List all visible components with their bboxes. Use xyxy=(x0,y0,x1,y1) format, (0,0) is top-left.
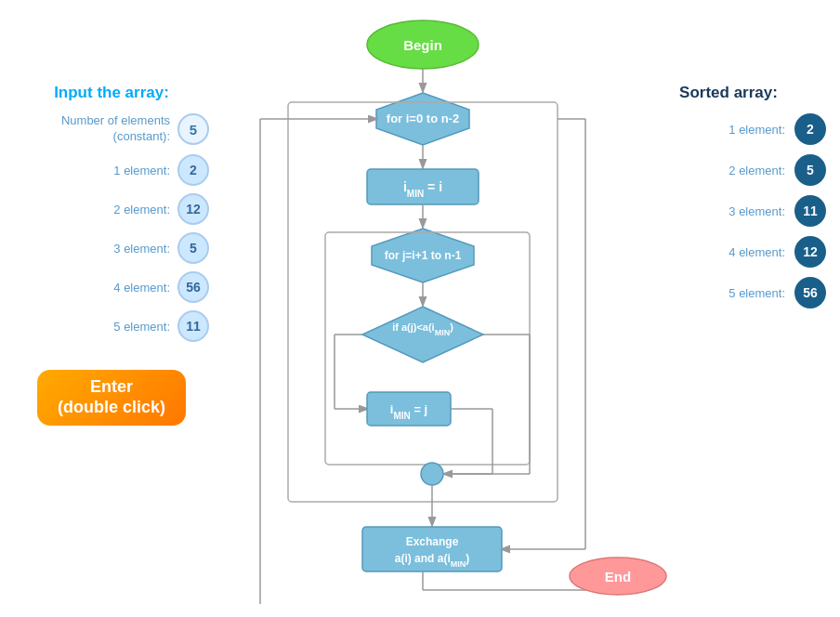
element-label-1: 1 element: xyxy=(113,164,170,177)
sorted-row-4: 4 element: 12 xyxy=(631,236,826,268)
svg-marker-10 xyxy=(362,307,483,362)
element-row-1: 1 element: 2 xyxy=(14,154,209,186)
end-shape: End xyxy=(567,556,669,600)
sorted-value-3: 11 xyxy=(794,195,826,227)
sorted-label-4: 4 element: xyxy=(728,245,785,259)
sorted-label-1: 1 element: xyxy=(728,123,785,137)
right-panel: Sorted array: 1 element: 2 2 element: 5 … xyxy=(631,84,826,318)
element-label-5: 5 element: xyxy=(113,320,170,334)
sorted-row-1: 1 element: 2 xyxy=(631,113,826,145)
sorted-value-2: 5 xyxy=(794,154,826,186)
sorted-panel-title: Sorted array: xyxy=(631,84,826,102)
enter-button[interactable]: Enter(double click) xyxy=(37,370,186,426)
sorted-label-3: 3 element: xyxy=(728,204,785,218)
left-panel: Input the array: Number of elements(cons… xyxy=(14,84,209,426)
sorted-row-2: 2 element: 5 xyxy=(631,154,826,186)
begin-label: Begin xyxy=(403,37,442,53)
exchange-label: Exchange xyxy=(406,535,459,548)
num-elements-label: Number of elements(constant): xyxy=(61,113,170,145)
element-label-3: 3 element: xyxy=(113,242,170,256)
element-row-3: 3 element: 5 xyxy=(14,232,209,264)
end-label: End xyxy=(605,569,631,584)
svg-rect-4 xyxy=(367,169,479,204)
svg-rect-14 xyxy=(367,392,451,426)
loop2-label: for j=i+1 to n-1 xyxy=(385,249,462,262)
sorted-value-4: 12 xyxy=(794,236,826,268)
sorted-row-3: 3 element: 11 xyxy=(631,195,826,227)
input-panel-title: Input the array: xyxy=(14,84,209,102)
element-label-4: 4 element: xyxy=(113,281,170,295)
element-row-5: 5 element: 11 xyxy=(14,310,209,342)
svg-point-21 xyxy=(421,463,443,485)
element-row-4: 4 element: 56 xyxy=(14,271,209,303)
sorted-row-5: 5 element: 56 xyxy=(631,277,826,308)
loop1-label: for i=0 to n-2 xyxy=(387,112,459,125)
sorted-value-1: 2 xyxy=(794,113,826,145)
flowchart: Begin for i=0 to n-2 iMIN = i for j=i+1 … xyxy=(204,9,641,613)
sorted-label-5: 5 element: xyxy=(728,286,785,300)
sorted-label-2: 2 element: xyxy=(728,164,785,177)
sorted-value-5: 56 xyxy=(794,277,826,308)
num-elements-row: Number of elements(constant): 5 xyxy=(14,113,209,145)
element-label-2: 2 element: xyxy=(113,203,170,217)
element-row-2: 2 element: 12 xyxy=(14,193,209,225)
